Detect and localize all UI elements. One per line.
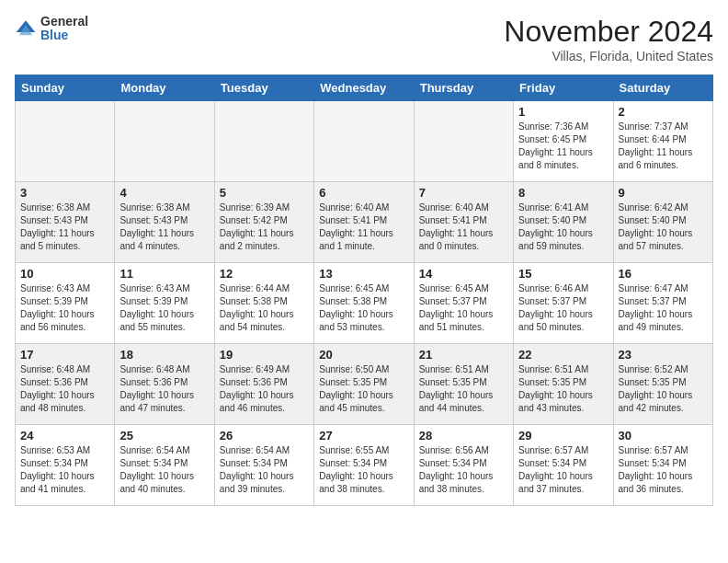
day-info: Sunrise: 6:42 AM Sunset: 5:40 PM Dayligh… — [619, 201, 708, 253]
day-info: Sunrise: 6:56 AM Sunset: 5:34 PM Dayligh… — [419, 444, 508, 496]
logo-general: General — [40, 15, 88, 29]
day-number: 10 — [20, 267, 109, 281]
day-cell: 3Sunrise: 6:38 AM Sunset: 5:43 PM Daylig… — [16, 182, 115, 263]
day-number: 4 — [119, 186, 209, 200]
day-number: 8 — [518, 186, 608, 200]
day-number: 15 — [518, 267, 608, 281]
day-cell: 21Sunrise: 6:51 AM Sunset: 5:35 PM Dayli… — [414, 344, 513, 425]
day-info: Sunrise: 6:51 AM Sunset: 5:35 PM Dayligh… — [419, 363, 508, 415]
day-number: 17 — [20, 348, 109, 362]
logo-blue: Blue — [40, 29, 88, 42]
day-cell: 20Sunrise: 6:50 AM Sunset: 5:35 PM Dayli… — [314, 344, 414, 425]
calendar-table: SundayMondayTuesdayWednesdayThursdayFrid… — [15, 75, 713, 506]
day-cell: 17Sunrise: 6:48 AM Sunset: 5:36 PM Dayli… — [16, 344, 115, 425]
day-number: 3 — [20, 186, 109, 200]
day-cell: 5Sunrise: 6:39 AM Sunset: 5:42 PM Daylig… — [214, 182, 313, 263]
day-cell: 15Sunrise: 6:46 AM Sunset: 5:37 PM Dayli… — [514, 263, 613, 344]
day-number: 30 — [619, 429, 708, 442]
day-info: Sunrise: 6:52 AM Sunset: 5:35 PM Dayligh… — [619, 363, 708, 415]
day-cell: 22Sunrise: 6:51 AM Sunset: 5:35 PM Dayli… — [514, 344, 613, 425]
day-info: Sunrise: 6:43 AM Sunset: 5:39 PM Dayligh… — [119, 282, 209, 334]
day-info: Sunrise: 6:57 AM Sunset: 5:34 PM Dayligh… — [518, 444, 608, 496]
logo: General Blue — [15, 15, 88, 43]
day-info: Sunrise: 6:48 AM Sunset: 5:36 PM Dayligh… — [20, 363, 109, 415]
day-cell: 10Sunrise: 6:43 AM Sunset: 5:39 PM Dayli… — [16, 263, 115, 344]
day-info: Sunrise: 7:37 AM Sunset: 6:44 PM Dayligh… — [619, 121, 708, 172]
day-number: 24 — [20, 429, 109, 442]
day-number: 19 — [220, 348, 309, 362]
day-cell: 7Sunrise: 6:40 AM Sunset: 5:41 PM Daylig… — [414, 182, 513, 263]
day-number: 13 — [319, 267, 408, 281]
day-info: Sunrise: 6:54 AM Sunset: 5:34 PM Dayligh… — [119, 444, 209, 496]
day-cell: 18Sunrise: 6:48 AM Sunset: 5:36 PM Dayli… — [115, 344, 214, 425]
day-info: Sunrise: 6:46 AM Sunset: 5:37 PM Dayligh… — [518, 282, 608, 334]
day-cell: 11Sunrise: 6:43 AM Sunset: 5:39 PM Dayli… — [115, 263, 214, 344]
day-cell: 2Sunrise: 7:37 AM Sunset: 6:44 PM Daylig… — [613, 101, 712, 182]
day-number: 7 — [419, 186, 508, 200]
day-number: 18 — [119, 348, 209, 362]
day-number: 16 — [619, 267, 708, 281]
day-number: 9 — [619, 186, 708, 200]
day-number: 5 — [220, 186, 309, 200]
day-number: 1 — [518, 105, 608, 119]
day-info: Sunrise: 6:38 AM Sunset: 5:43 PM Dayligh… — [119, 201, 209, 253]
header-cell-thursday: Thursday — [414, 75, 513, 101]
header-cell-monday: Monday — [115, 75, 214, 101]
day-info: Sunrise: 6:55 AM Sunset: 5:34 PM Dayligh… — [319, 444, 408, 496]
day-cell: 24Sunrise: 6:53 AM Sunset: 5:34 PM Dayli… — [16, 425, 115, 506]
day-cell: 8Sunrise: 6:41 AM Sunset: 5:40 PM Daylig… — [514, 182, 613, 263]
title-block: November 2024 Villas, Florida, United St… — [504, 15, 713, 63]
day-number: 29 — [518, 429, 608, 442]
week-row-4: 17Sunrise: 6:48 AM Sunset: 5:36 PM Dayli… — [16, 344, 713, 425]
day-cell: 4Sunrise: 6:38 AM Sunset: 5:43 PM Daylig… — [115, 182, 214, 263]
header-cell-friday: Friday — [514, 75, 613, 101]
day-cell — [16, 101, 115, 182]
day-number: 22 — [518, 348, 608, 362]
day-cell: 16Sunrise: 6:47 AM Sunset: 5:37 PM Dayli… — [613, 263, 712, 344]
day-cell: 9Sunrise: 6:42 AM Sunset: 5:40 PM Daylig… — [613, 182, 712, 263]
day-number: 6 — [319, 186, 408, 200]
logo-icon — [15, 17, 37, 40]
day-cell: 14Sunrise: 6:45 AM Sunset: 5:37 PM Dayli… — [414, 263, 513, 344]
day-info: Sunrise: 6:48 AM Sunset: 5:36 PM Dayligh… — [119, 363, 209, 415]
day-cell: 29Sunrise: 6:57 AM Sunset: 5:34 PM Dayli… — [514, 425, 613, 506]
day-info: Sunrise: 6:51 AM Sunset: 5:35 PM Dayligh… — [518, 363, 608, 415]
day-info: Sunrise: 6:43 AM Sunset: 5:39 PM Dayligh… — [20, 282, 109, 334]
day-info: Sunrise: 6:44 AM Sunset: 5:38 PM Dayligh… — [220, 282, 309, 334]
day-cell — [115, 101, 214, 182]
week-row-1: 1Sunrise: 7:36 AM Sunset: 6:45 PM Daylig… — [16, 101, 713, 182]
day-number: 21 — [419, 348, 508, 362]
day-cell: 13Sunrise: 6:45 AM Sunset: 5:38 PM Dayli… — [314, 263, 414, 344]
location: Villas, Florida, United States — [504, 49, 713, 63]
day-cell: 25Sunrise: 6:54 AM Sunset: 5:34 PM Dayli… — [115, 425, 214, 506]
day-cell: 19Sunrise: 6:49 AM Sunset: 5:36 PM Dayli… — [214, 344, 313, 425]
day-number: 14 — [419, 267, 508, 281]
day-number: 26 — [220, 429, 309, 442]
day-info: Sunrise: 6:41 AM Sunset: 5:40 PM Dayligh… — [518, 201, 608, 253]
day-info: Sunrise: 6:57 AM Sunset: 5:34 PM Dayligh… — [619, 444, 708, 496]
header-cell-sunday: Sunday — [16, 75, 115, 101]
day-info: Sunrise: 6:50 AM Sunset: 5:35 PM Dayligh… — [319, 363, 408, 415]
day-info: Sunrise: 6:54 AM Sunset: 5:34 PM Dayligh… — [220, 444, 309, 496]
page-header: General Blue November 2024 Villas, Flori… — [15, 15, 713, 63]
day-number: 12 — [220, 267, 309, 281]
day-cell: 28Sunrise: 6:56 AM Sunset: 5:34 PM Dayli… — [414, 425, 513, 506]
day-number: 11 — [119, 267, 209, 281]
day-number: 27 — [319, 429, 408, 442]
day-info: Sunrise: 6:45 AM Sunset: 5:38 PM Dayligh… — [319, 282, 408, 334]
header-cell-wednesday: Wednesday — [314, 75, 414, 101]
day-number: 23 — [619, 348, 708, 362]
day-cell: 1Sunrise: 7:36 AM Sunset: 6:45 PM Daylig… — [514, 101, 613, 182]
day-cell — [314, 101, 414, 182]
day-info: Sunrise: 6:40 AM Sunset: 5:41 PM Dayligh… — [319, 201, 408, 253]
day-info: Sunrise: 6:39 AM Sunset: 5:42 PM Dayligh… — [220, 201, 309, 253]
day-cell: 23Sunrise: 6:52 AM Sunset: 5:35 PM Dayli… — [613, 344, 712, 425]
day-number: 28 — [419, 429, 508, 442]
day-cell: 27Sunrise: 6:55 AM Sunset: 5:34 PM Dayli… — [314, 425, 414, 506]
day-cell — [414, 101, 513, 182]
week-row-2: 3Sunrise: 6:38 AM Sunset: 5:43 PM Daylig… — [16, 182, 713, 263]
day-info: Sunrise: 7:36 AM Sunset: 6:45 PM Dayligh… — [518, 121, 608, 172]
day-cell: 12Sunrise: 6:44 AM Sunset: 5:38 PM Dayli… — [214, 263, 313, 344]
month-title: November 2024 — [504, 15, 713, 49]
day-info: Sunrise: 6:47 AM Sunset: 5:37 PM Dayligh… — [619, 282, 708, 334]
